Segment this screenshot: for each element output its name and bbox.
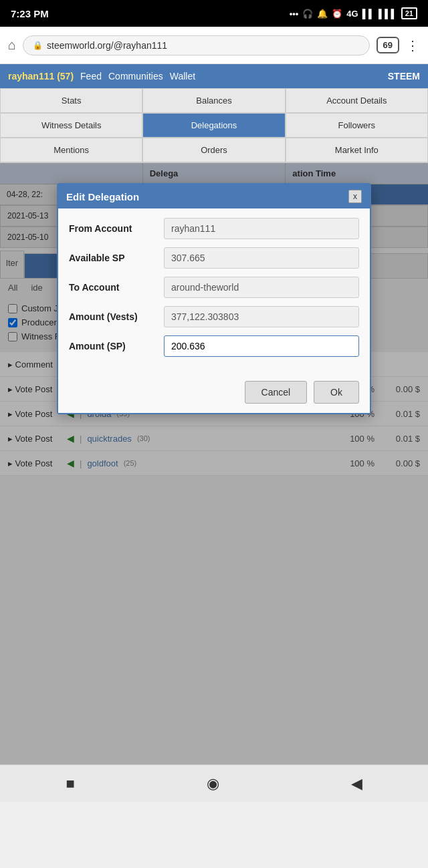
modal-title: Edit Delegation xyxy=(66,191,139,202)
signal-icon: ▌▌ xyxy=(362,9,374,19)
amount-sp-label: Amount (SP) xyxy=(69,341,156,351)
url-bar[interactable]: 🔒 steemworld.org/@rayhan111 xyxy=(23,35,369,55)
bell-icon: 🔔 xyxy=(317,9,328,19)
home-icon[interactable]: ⌂ xyxy=(8,37,16,53)
amount-sp-input[interactable] xyxy=(164,335,359,357)
back-button[interactable]: ◀ xyxy=(351,775,362,792)
from-account-input xyxy=(164,218,359,239)
menu-mentions[interactable]: Mentions xyxy=(0,138,142,162)
nav-bar: rayhan111 (57) Feed Communities Wallet S… xyxy=(0,64,428,88)
battery-icon: 21 xyxy=(401,7,417,19)
menu-stats[interactable]: Stats xyxy=(0,88,142,113)
nav-communities[interactable]: Communities xyxy=(108,71,163,82)
edit-delegation-modal: Edit Delegation x From Account Available… xyxy=(57,183,371,414)
available-sp-label: Available SP xyxy=(69,253,156,263)
circle-button[interactable]: ◉ xyxy=(207,775,219,792)
browser-menu-icon[interactable]: ⋮ xyxy=(406,37,420,53)
headphone-icon: 🎧 xyxy=(302,9,313,19)
alarm-icon: ⏰ xyxy=(332,9,342,19)
network-icon: 4G xyxy=(346,9,358,19)
to-account-row: To Account xyxy=(69,277,359,298)
amount-sp-row: Amount (SP) xyxy=(69,335,359,357)
modal-buttons: Cancel Ok xyxy=(58,374,370,413)
lock-icon: 🔒 xyxy=(33,41,43,50)
tab-count[interactable]: 69 xyxy=(377,37,399,53)
url-text: steemworld.org/@rayhan111 xyxy=(47,40,167,51)
modal-header: Edit Delegation x xyxy=(58,184,370,208)
menu-delegations[interactable]: Delegations xyxy=(142,113,285,138)
amount-vests-input xyxy=(164,306,359,327)
menu-balances[interactable]: Balances xyxy=(142,88,285,113)
browser-bar: ⌂ 🔒 steemworld.org/@rayhan111 69 ⋮ xyxy=(0,27,428,64)
from-account-row: From Account xyxy=(69,218,359,239)
cancel-button[interactable]: Cancel xyxy=(245,381,308,404)
status-time: 7:23 PM xyxy=(11,8,49,19)
bottom-nav: ■ ◉ ◀ xyxy=(0,764,428,802)
modal-close-button[interactable]: x xyxy=(348,190,362,203)
menu-witness-details[interactable]: Witness Details xyxy=(0,113,142,138)
signal-dots: ••• xyxy=(290,9,299,19)
modal-overlay[interactable]: Edit Delegation x From Account Available… xyxy=(0,163,428,764)
from-account-label: From Account xyxy=(69,223,156,234)
status-icons: ••• 🎧 🔔 ⏰ 4G ▌▌ ▌▌▌ 21 xyxy=(290,7,417,19)
status-bar: 7:23 PM ••• 🎧 🔔 ⏰ 4G ▌▌ ▌▌▌ 21 xyxy=(0,0,428,27)
available-sp-row: Available SP xyxy=(69,247,359,269)
nav-steem: STEEM xyxy=(388,71,420,82)
menu-followers[interactable]: Followers xyxy=(286,113,428,138)
amount-vests-row: Amount (Vests) xyxy=(69,306,359,327)
main-content: Edit Delegation x From Account Available… xyxy=(0,163,428,764)
nav-wallet[interactable]: Wallet xyxy=(170,71,195,82)
nav-feed[interactable]: Feed xyxy=(80,71,102,82)
square-button[interactable]: ■ xyxy=(66,775,74,792)
available-sp-input xyxy=(164,247,359,269)
modal-body: From Account Available SP To Account Amo… xyxy=(58,208,370,374)
menu-orders[interactable]: Orders xyxy=(142,138,285,162)
to-account-label: To Account xyxy=(69,282,156,293)
wifi-icon: ▌▌▌ xyxy=(379,9,397,19)
menu-account-details[interactable]: Account Details xyxy=(286,88,428,113)
amount-vests-label: Amount (Vests) xyxy=(69,311,156,322)
ok-button[interactable]: Ok xyxy=(314,381,359,404)
to-account-input xyxy=(164,277,359,298)
site-username[interactable]: rayhan111 (57) xyxy=(8,71,74,82)
menu-grid: Stats Balances Account Details Witness D… xyxy=(0,88,428,163)
menu-market-info[interactable]: Market Info xyxy=(286,138,428,162)
